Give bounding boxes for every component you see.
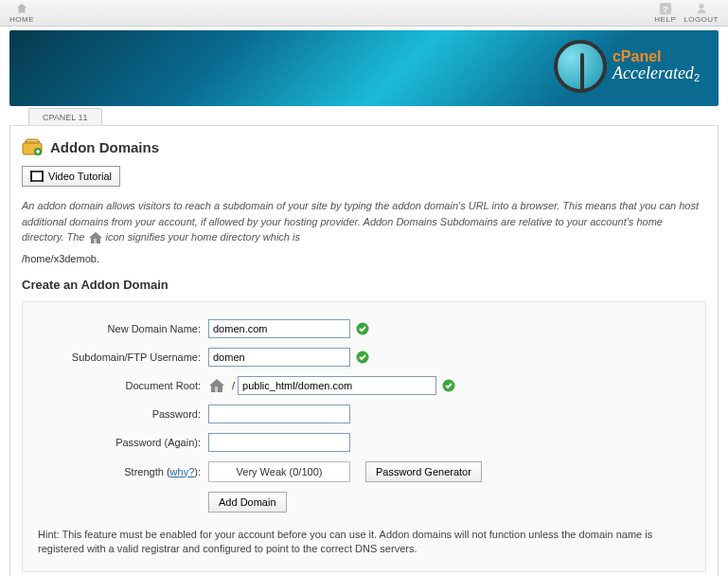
svg-text:?: ? [663, 4, 668, 14]
help-label: HELP [654, 15, 676, 24]
password-input[interactable] [208, 405, 350, 423]
logout-link[interactable]: LOGOUT [684, 2, 719, 24]
path-slash: / [232, 380, 235, 391]
home-icon [15, 2, 28, 15]
password-again-input[interactable] [208, 433, 350, 452]
home-dir-icon [208, 378, 225, 393]
form-hint: Hint: This feature must be enabled for y… [38, 528, 690, 557]
cpanel-logo-icon [554, 40, 607, 93]
password-again-label: Password (Again): [38, 437, 208, 448]
new-domain-label: New Domain Name: [38, 323, 208, 334]
brand-accelerated: Accelerated [613, 63, 694, 82]
tab-cpanel11[interactable]: CPANEL 11 [28, 108, 102, 125]
password-label: Password: [38, 408, 208, 420]
help-icon: ? [659, 2, 672, 15]
addon-domains-icon [22, 137, 43, 156]
valid-check-icon [442, 379, 455, 392]
valid-check-icon [356, 351, 369, 364]
home-link[interactable]: HOME [9, 2, 34, 24]
docroot-input[interactable] [238, 376, 436, 395]
logout-label: LOGOUT [684, 15, 719, 24]
video-tutorial-button[interactable]: Video Tutorial [22, 166, 120, 187]
strength-label: Strength (why?): [38, 466, 208, 477]
description-text-2: icon signifies your home directory which… [106, 231, 300, 243]
svg-rect-7 [30, 171, 32, 182]
svg-rect-8 [42, 171, 44, 182]
home-dir-icon [88, 231, 103, 244]
top-toolbar: HOME ? HELP LOGOUT [0, 0, 728, 27]
strength-meter: Very Weak (0/100) [208, 461, 350, 482]
form-panel: New Domain Name: Subdomain/FTP Username:… [22, 301, 706, 573]
main-content: Addon Domains Video Tutorial An addon do… [9, 125, 719, 576]
strength-why-link[interactable]: why? [170, 466, 195, 477]
docroot-label: Document Root: [38, 380, 208, 391]
svg-rect-9 [94, 239, 97, 243]
subdomain-label: Subdomain/FTP Username: [38, 351, 208, 363]
svg-rect-12 [215, 387, 218, 392]
new-domain-input[interactable] [208, 319, 350, 338]
help-link[interactable]: ? HELP [654, 2, 676, 24]
description: An addon domain allows visitors to reach… [22, 198, 706, 245]
banner: cPanel Accelerated2 [9, 30, 719, 106]
svg-rect-6 [32, 172, 42, 180]
home-label: HOME [9, 15, 34, 24]
home-path: /home/x3demob. [22, 253, 706, 264]
add-domain-button[interactable]: Add Domain [208, 492, 287, 513]
valid-check-icon [356, 322, 369, 335]
brand-logo: cPanel Accelerated2 [554, 40, 700, 93]
brand-cpanel: cPanel [613, 49, 700, 64]
tab-bar: CPANEL 11 [0, 108, 728, 125]
brand-two: 2 [694, 72, 700, 83]
section-title: Create an Addon Domain [22, 278, 706, 292]
logout-icon [695, 2, 708, 15]
film-icon [30, 171, 44, 182]
video-tutorial-label: Video Tutorial [48, 171, 112, 182]
password-generator-button[interactable]: Password Generator [365, 461, 482, 482]
page-title: Addon Domains [50, 139, 159, 155]
svg-point-2 [699, 4, 703, 9]
subdomain-input[interactable] [208, 348, 350, 367]
